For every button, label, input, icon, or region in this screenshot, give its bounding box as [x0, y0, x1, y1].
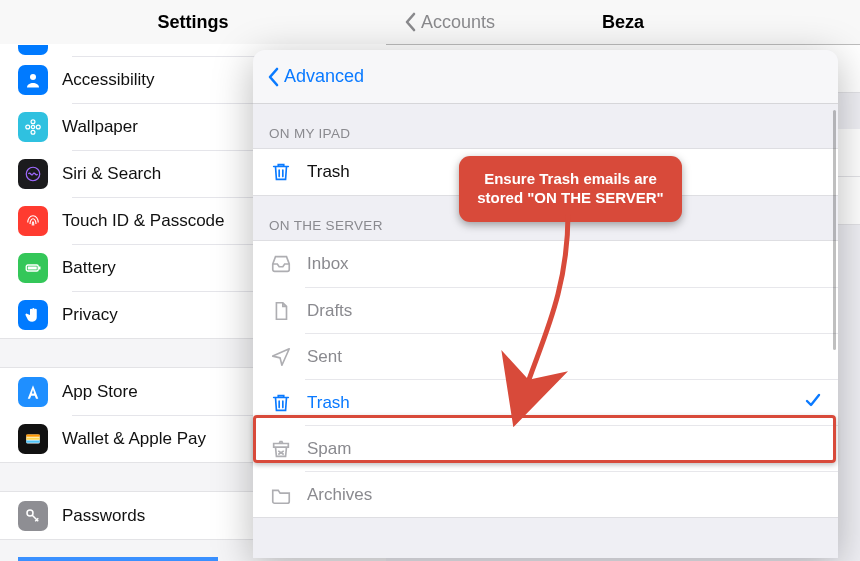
trash-icon: [269, 160, 293, 184]
sidebar-label: App Store: [62, 382, 138, 402]
settings-title: Settings: [0, 0, 386, 45]
sidebar-label: Privacy: [62, 305, 118, 325]
sidebar-label: Passwords: [62, 506, 145, 526]
appstore-icon: [18, 377, 48, 407]
inbox-icon: [269, 252, 293, 276]
siri-icon: [18, 159, 48, 189]
sent-icon: [269, 345, 293, 369]
section-on-my-ipad: ON MY IPAD: [253, 104, 838, 148]
generic-icon: [18, 45, 48, 55]
sidebar-label: Touch ID & Passcode: [62, 211, 225, 231]
wallet-icon: [18, 424, 48, 454]
sidebar-label: Battery: [62, 258, 116, 278]
server-drafts-row[interactable]: Drafts: [305, 287, 838, 333]
touchid-icon: [18, 206, 48, 236]
row-label: Sent: [307, 347, 342, 367]
check-icon: [804, 391, 822, 414]
back-advanced-button[interactable]: Advanced: [267, 66, 364, 87]
sidebar-label: Wallpaper: [62, 117, 138, 137]
row-label: Trash: [307, 393, 350, 413]
advanced-modal: Advanced ON MY IPAD Trash ON THE SERVER …: [253, 50, 838, 558]
sidebar-label: Wallet & Apple Pay: [62, 429, 206, 449]
row-label: Inbox: [307, 254, 349, 274]
wallpaper-icon: [18, 112, 48, 142]
back-accounts-button[interactable]: Accounts: [404, 12, 495, 33]
server-group: Inbox Drafts Sent Trash Spam Archive: [253, 240, 838, 518]
modal-header: Advanced: [253, 50, 838, 104]
row-label: Archives: [307, 485, 372, 505]
annotation-callout: Ensure Trash emails are stored "ON THE S…: [459, 156, 682, 222]
row-label: Trash: [307, 162, 350, 182]
row-label: Spam: [307, 439, 351, 459]
passwords-icon: [18, 501, 48, 531]
server-sent-row[interactable]: Sent: [305, 333, 838, 379]
server-spam-row[interactable]: Spam: [305, 425, 838, 471]
server-inbox-row[interactable]: Inbox: [253, 241, 838, 287]
back-label: Accounts: [421, 12, 495, 33]
chevron-left-icon: [404, 12, 416, 32]
selection-indicator: [18, 557, 218, 561]
back-label: Advanced: [284, 66, 364, 87]
scrollbar[interactable]: [833, 110, 836, 350]
battery-icon: [18, 253, 48, 283]
row-label: Drafts: [307, 301, 352, 321]
accessibility-icon: [18, 65, 48, 95]
server-archives-row[interactable]: Archives: [305, 471, 838, 517]
drafts-icon: [269, 299, 293, 323]
annotation-text: Ensure Trash emails are stored "ON THE S…: [477, 170, 663, 206]
chevron-left-icon: [267, 67, 279, 87]
server-trash-row[interactable]: Trash: [305, 379, 838, 425]
sidebar-label: Siri & Search: [62, 164, 161, 184]
archives-icon: [269, 483, 293, 507]
spam-icon: [269, 437, 293, 461]
sidebar-label: Accessibility: [62, 70, 155, 90]
trash-icon: [269, 391, 293, 415]
detail-header: Accounts Beza: [386, 0, 860, 45]
privacy-icon: [18, 300, 48, 330]
